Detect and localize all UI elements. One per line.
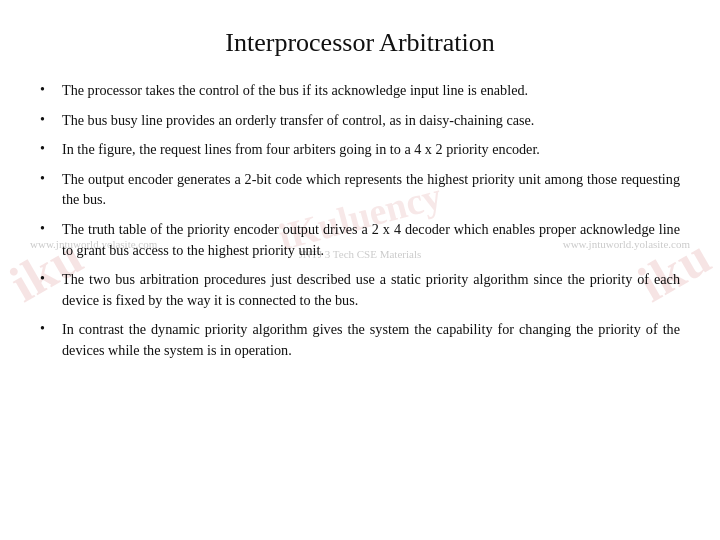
bullet-icon: • — [40, 139, 58, 159]
bullet-icon: • — [40, 319, 58, 339]
list-item: • The bus busy line provides an orderly … — [40, 110, 680, 131]
page-title: Interprocessor Arbitration — [40, 28, 680, 58]
bullet-icon: • — [40, 169, 58, 189]
bullet-text-2: The bus busy line provides an orderly tr… — [62, 110, 680, 131]
page-container: Interprocessor Arbitration • The process… — [0, 0, 720, 540]
bullet-text-7: In contrast the dynamic priority algorit… — [62, 319, 680, 360]
bullet-text-6: The two bus arbitration procedures just … — [62, 269, 680, 310]
bullet-icon: • — [40, 110, 58, 130]
list-item: • In the figure, the request lines from … — [40, 139, 680, 160]
list-item: • The processor takes the control of the… — [40, 80, 680, 101]
bullet-list: • The processor takes the control of the… — [40, 80, 680, 361]
bullet-text-4: The output encoder generates a 2-bit cod… — [62, 169, 680, 210]
bullet-icon: • — [40, 269, 58, 289]
bullet-text-3: In the figure, the request lines from fo… — [62, 139, 680, 160]
bullet-icon: • — [40, 219, 58, 239]
list-item: • The truth table of the priority encode… — [40, 219, 680, 260]
bullet-text-1: The processor takes the control of the b… — [62, 80, 680, 101]
bullet-icon: • — [40, 80, 58, 100]
list-item: • In contrast the dynamic priority algor… — [40, 319, 680, 360]
bullet-text-5: The truth table of the priority encoder … — [62, 219, 680, 260]
list-item: • The output encoder generates a 2-bit c… — [40, 169, 680, 210]
list-item: • The two bus arbitration procedures jus… — [40, 269, 680, 310]
